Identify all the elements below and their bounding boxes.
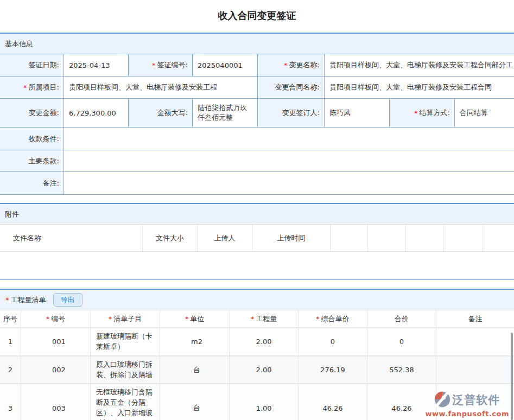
boq-cell-no: 2 bbox=[0, 357, 21, 384]
table-row: 2 002 原入口玻璃移门拆装、拆除门及隔墙 台 2.00 276.19 552… bbox=[0, 356, 514, 384]
boq-col-unit-price: *综合单价 bbox=[299, 310, 367, 328]
basic-info-section-header: 基本信息 bbox=[0, 34, 514, 54]
required-marker: * bbox=[284, 61, 288, 69]
required-marker: * bbox=[251, 315, 255, 323]
watermark-brand: 泛普软件 bbox=[452, 394, 500, 406]
attachments-section-header: 附件 bbox=[0, 204, 514, 225]
watermark-url: www.fanpusoft.com bbox=[425, 410, 509, 418]
field-settle-method-label: *结算方式: bbox=[390, 99, 455, 128]
boq-col-unit: *单位 bbox=[160, 310, 230, 328]
field-main-clauses-value bbox=[64, 150, 514, 172]
attachments-empty-body bbox=[0, 252, 514, 279]
boq-col-qty: *工程量 bbox=[230, 310, 299, 328]
required-marker: * bbox=[316, 315, 320, 323]
attachments-section-title: 附件 bbox=[5, 209, 19, 219]
attachments-extra-column bbox=[406, 225, 444, 252]
page-title: 收入合同变更签证 bbox=[0, 0, 514, 33]
boq-cell-total: 0 bbox=[367, 328, 436, 356]
section-gap bbox=[0, 280, 514, 289]
attachments-col-uploader: 上传人 bbox=[198, 225, 252, 252]
boq-col-no: 序号 bbox=[0, 310, 21, 328]
boq-cell-no: 3 bbox=[0, 384, 21, 420]
attachments-col-file-name: 文件名称 bbox=[0, 225, 143, 252]
boq-cell-code: 003 bbox=[21, 384, 91, 420]
boq-cell-remark bbox=[436, 328, 514, 356]
boq-section-title: 工程量清单 bbox=[11, 295, 46, 305]
required-marker: * bbox=[414, 109, 418, 117]
boq-col-remark: 备注 bbox=[436, 310, 514, 328]
boq-cell-code: 002 bbox=[21, 357, 91, 384]
fanpu-logo-icon bbox=[434, 391, 450, 410]
attachments-extra-column bbox=[483, 225, 514, 252]
field-amount-caps-label: 金额大写: bbox=[129, 99, 193, 128]
watermark: 泛普软件 www.fanpusoft.com bbox=[425, 391, 509, 418]
field-sign-date-value: 2025-04-13 bbox=[64, 54, 129, 77]
boq-cell-item: 新建玻璃隔断（卡莱斯卓） bbox=[91, 328, 160, 356]
field-change-amount-value: 6,729,300.00 bbox=[64, 99, 129, 128]
field-sign-no-value: 2025040001 bbox=[193, 54, 258, 77]
boq-col-total: 合价 bbox=[367, 310, 436, 328]
attachments-extra-column bbox=[368, 225, 406, 252]
field-receive-terms-value bbox=[64, 128, 514, 150]
boq-cell-remark bbox=[436, 357, 514, 384]
vertical-scrollbar[interactable] bbox=[511, 333, 513, 420]
export-button[interactable]: 导出 bbox=[53, 293, 83, 307]
boq-cell-item: 无框玻璃移门含隔断及五金（分隔区）、入口新增玻璃门 金刚含五金 bbox=[91, 384, 160, 420]
basic-info-grid: 签证日期: 2025-04-13 *签证编号: 2025040001 *变更名称… bbox=[0, 54, 514, 195]
boq-cell-unit: m2 bbox=[160, 328, 230, 356]
field-change-amount-label: 变更金额: bbox=[0, 99, 64, 128]
boq-cell-unit: 台 bbox=[160, 357, 230, 384]
boq-cell-unit-price: 46.26 bbox=[299, 384, 367, 420]
field-project-label: *所属项目: bbox=[0, 77, 64, 99]
required-marker: * bbox=[109, 315, 112, 323]
basic-info-section: 基本信息 签证日期: 2025-04-13 *签证编号: 2025040001 … bbox=[0, 33, 514, 195]
attachments-table-header: 文件名称 文件大小 上传人 上传时间 bbox=[0, 225, 514, 252]
required-marker: * bbox=[185, 315, 189, 323]
boq-cell-total: 552.38 bbox=[367, 357, 436, 384]
boq-cell-no: 1 bbox=[0, 328, 21, 356]
boq-cell-item: 原入口玻璃移门拆装、拆除门及隔墙 bbox=[91, 357, 160, 384]
required-marker: * bbox=[152, 61, 156, 69]
field-sign-date-label: 签证日期: bbox=[0, 54, 64, 77]
field-settle-method-value: 合同结算 bbox=[455, 99, 514, 128]
field-remark-value bbox=[64, 172, 514, 195]
attachments-section: 附件 文件名称 文件大小 上传人 上传时间 bbox=[0, 203, 514, 280]
attachments-col-upload-time: 上传时间 bbox=[252, 225, 331, 252]
boq-col-item: *清单子目 bbox=[91, 310, 160, 328]
boq-cell-qty: 2.00 bbox=[230, 328, 299, 356]
attachments-extra-column bbox=[331, 225, 368, 252]
page: 收入合同变更签证 基本信息 签证日期: 2025-04-13 *签证编号: 20… bbox=[0, 0, 514, 420]
boq-table: 序号 *编号 *清单子目 *单位 *工程量 *综合单价 合价 备注 bbox=[0, 310, 514, 328]
field-remark-label: 备注: bbox=[0, 172, 64, 195]
basic-info-section-title: 基本信息 bbox=[5, 39, 33, 49]
field-change-name-value: 贵阳项目样板间、大堂、电梯厅装修及安装工程合同部分工 bbox=[325, 54, 514, 77]
boq-cell-unit-price: 0 bbox=[299, 328, 367, 356]
field-sign-no-label: *签证编号: bbox=[129, 54, 193, 77]
table-row: 1 001 新建玻璃隔断（卡莱斯卓） m2 2.00 0 0 bbox=[0, 328, 514, 356]
boq-section-header: * 工程量清单 导出 bbox=[0, 290, 514, 310]
boq-cell-unit-price: 276.19 bbox=[299, 357, 367, 384]
field-receive-terms-label: 收款条件: bbox=[0, 128, 64, 150]
field-change-name-label: *变更名称: bbox=[258, 54, 325, 77]
field-project-value: 贵阳项目样板间、大堂、电梯厅装修及安装工程 bbox=[64, 77, 258, 99]
boq-cell-unit: 台 bbox=[160, 384, 230, 420]
boq-col-code: *编号 bbox=[21, 310, 91, 328]
field-signer-value: 陈巧凤 bbox=[325, 99, 390, 128]
boq-cell-qty: 1.00 bbox=[230, 384, 299, 420]
required-marker: * bbox=[23, 84, 27, 92]
field-amount-caps-value: 陆佰柒拾贰万玖仟叁佰元整 bbox=[193, 99, 258, 128]
field-signer-label: 变更签订人: bbox=[258, 99, 325, 128]
field-main-clauses-label: 主要条款: bbox=[0, 150, 64, 172]
attachments-extra-column bbox=[444, 225, 483, 252]
boq-cell-code: 001 bbox=[21, 328, 91, 356]
required-marker: * bbox=[46, 315, 50, 323]
section-gap bbox=[0, 195, 514, 203]
boq-cell-qty: 2.00 bbox=[230, 357, 299, 384]
attachments-col-file-size: 文件大小 bbox=[143, 225, 198, 252]
field-change-contract-name-value: 贵阳项目样板间、大堂、电梯厅装修及安装工程合同 bbox=[325, 77, 514, 99]
field-change-contract-name-label: 变更合同名称: bbox=[258, 77, 325, 99]
required-marker: * bbox=[5, 296, 9, 304]
